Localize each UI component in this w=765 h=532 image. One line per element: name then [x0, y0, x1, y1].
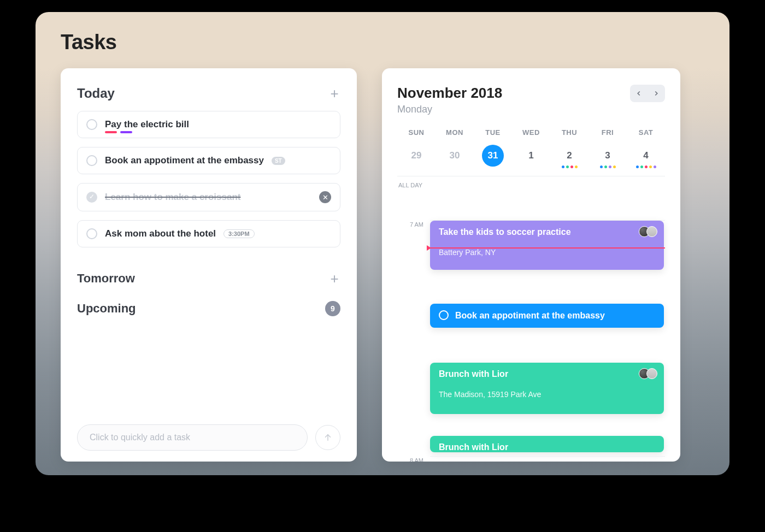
event-title: Take the kids to soccer practice — [439, 227, 571, 237]
upcoming-heading: Upcoming — [77, 302, 136, 316]
add-tomorrow-button[interactable]: + — [328, 273, 340, 285]
date-cell[interactable]: 29 — [397, 144, 436, 167]
upcoming-header[interactable]: Upcoming 9 — [77, 293, 340, 324]
now-indicator — [430, 247, 665, 249]
hour-label: 7 AM — [397, 220, 430, 456]
add-today-button[interactable]: + — [328, 87, 340, 99]
date-cell[interactable]: 2 — [550, 144, 589, 167]
allday-slot — [430, 181, 665, 220]
next-month-button[interactable] — [649, 86, 664, 101]
weekday-cell: MON — [436, 128, 474, 137]
task-item-done[interactable]: Learn how to make a croissant ✕ — [77, 183, 340, 211]
upcoming-count-badge: 9 — [325, 301, 340, 316]
checkbox-icon[interactable] — [86, 119, 97, 130]
weekday-cell: WED — [512, 128, 550, 137]
date-cell[interactable]: 30 — [436, 144, 474, 167]
event-block[interactable]: Take the kids to soccer practiceBattery … — [430, 221, 664, 270]
weekday-cell: THU — [550, 128, 589, 137]
prev-month-button[interactable] — [631, 86, 646, 101]
event-avatars — [642, 368, 657, 379]
checkbox-checked-icon[interactable] — [86, 192, 97, 203]
weekday-cell: TUE — [474, 128, 512, 137]
date-cell[interactable]: 31 — [474, 144, 512, 167]
event-ring-icon — [439, 310, 449, 320]
event-title: Brunch with Lior — [439, 442, 508, 452]
event-block[interactable]: Book an appotiment at the embassy — [430, 304, 664, 328]
dismiss-task-button[interactable]: ✕ — [319, 191, 331, 203]
events-column: Take the kids to soccer practiceBattery … — [430, 220, 665, 456]
task-item[interactable]: Book an appotiment at the embassy ST — [77, 147, 340, 174]
calendar-panel: November 2018 Monday SUNMONTUEWEDTHUFRIS… — [382, 68, 680, 462]
event-subtitle: Battery Park, NY — [439, 248, 655, 257]
event-avatars — [642, 226, 657, 237]
chevron-left-icon — [635, 90, 643, 97]
weekday-header-row: SUNMONTUEWEDTHUFRISAT — [397, 128, 665, 137]
date-cell[interactable]: 3 — [589, 144, 627, 167]
today-heading: Today — [77, 86, 115, 101]
weekday-cell: SUN — [397, 128, 436, 137]
month-label: November 2018 — [397, 85, 502, 102]
task-item[interactable]: Ask mom about the hotel 3:30PM — [77, 220, 340, 247]
hour-label: 8 AM — [397, 456, 430, 462]
today-header: Today + — [77, 86, 340, 101]
task-label: Pay the electric bill — [105, 119, 189, 130]
event-title: Book an appotiment at the embassy — [455, 311, 605, 320]
page-title: Tasks — [61, 31, 704, 54]
task-tags — [105, 131, 132, 133]
chevron-right-icon — [652, 90, 660, 97]
arrow-up-icon — [323, 433, 333, 442]
date-cell[interactable]: 1 — [512, 144, 550, 167]
allday-label: ALL DAY — [397, 181, 430, 220]
month-nav — [630, 85, 665, 102]
checkbox-icon[interactable] — [86, 155, 97, 166]
quick-add-input[interactable] — [77, 424, 308, 451]
date-row: 2930311234 — [397, 144, 665, 167]
task-pill: ST — [272, 157, 285, 165]
task-label: Learn how to make a croissant — [105, 192, 240, 203]
checkbox-icon[interactable] — [86, 228, 97, 239]
task-item[interactable]: Pay the electric bill — [77, 111, 340, 138]
event-title: Brunch with Lior — [439, 369, 508, 379]
quick-add-submit-button[interactable] — [315, 425, 340, 450]
tomorrow-heading: Tomorrow — [77, 271, 135, 286]
weekday-cell: FRI — [589, 128, 627, 137]
event-block[interactable]: Brunch with Lior — [430, 436, 664, 452]
task-time-pill: 3:30PM — [223, 229, 255, 238]
task-label: Book an appotiment at the embassy — [105, 155, 264, 166]
weekday-cell: SAT — [627, 128, 665, 137]
tasks-panel: Today + Pay the electric bill Book an ap… — [61, 68, 357, 462]
quick-add-bar — [77, 424, 340, 451]
app-frame: Tasks Today + Pay the electric bill Book… — [36, 12, 729, 475]
date-cell[interactable]: 4 — [627, 144, 665, 167]
task-label: Ask mom about the hotel — [105, 228, 216, 239]
event-block[interactable]: Brunch with LiorThe Madison, 15919 Park … — [430, 363, 664, 414]
weekday-label: Monday — [397, 104, 502, 115]
event-subtitle: The Madison, 15919 Park Ave — [439, 390, 655, 399]
tomorrow-header[interactable]: Tomorrow + — [77, 264, 340, 293]
